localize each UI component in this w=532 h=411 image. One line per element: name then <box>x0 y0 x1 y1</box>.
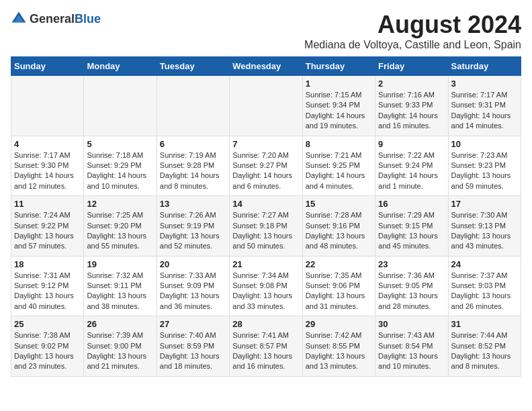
calendar-cell: 21Sunrise: 7:34 AM Sunset: 9:08 PM Dayli… <box>230 256 302 316</box>
cell-info: Sunrise: 7:30 AM Sunset: 9:13 PM Dayligh… <box>451 210 518 252</box>
day-number: 21 <box>232 259 299 269</box>
cell-info: Sunrise: 7:22 AM Sunset: 9:24 PM Dayligh… <box>378 150 445 192</box>
cell-info: Sunrise: 7:17 AM Sunset: 9:31 PM Dayligh… <box>451 90 518 132</box>
calendar-cell: 14Sunrise: 7:27 AM Sunset: 9:18 PM Dayli… <box>230 196 302 257</box>
day-number: 16 <box>378 199 445 209</box>
calendar-cell: 17Sunrise: 7:30 AM Sunset: 9:13 PM Dayli… <box>448 196 521 257</box>
day-number: 9 <box>378 139 445 149</box>
day-number: 20 <box>160 259 226 269</box>
week-row: 1Sunrise: 7:15 AM Sunset: 9:34 PM Daylig… <box>11 76 521 136</box>
col-header-wednesday: Wednesday <box>230 57 302 76</box>
cell-info: Sunrise: 7:15 AM Sunset: 9:34 PM Dayligh… <box>306 90 372 132</box>
cell-info: Sunrise: 7:26 AM Sunset: 9:19 PM Dayligh… <box>160 210 226 252</box>
cell-info: Sunrise: 7:41 AM Sunset: 8:57 PM Dayligh… <box>232 330 299 372</box>
calendar-cell: 25Sunrise: 7:38 AM Sunset: 9:02 PM Dayli… <box>11 316 84 377</box>
cell-info: Sunrise: 7:31 AM Sunset: 9:12 PM Dayligh… <box>14 271 81 312</box>
day-number: 8 <box>306 139 372 149</box>
week-row: 25Sunrise: 7:38 AM Sunset: 9:02 PM Dayli… <box>11 316 521 377</box>
day-number: 25 <box>14 319 81 329</box>
cell-info: Sunrise: 7:33 AM Sunset: 9:09 PM Dayligh… <box>160 271 226 312</box>
calendar-cell: 6Sunrise: 7:19 AM Sunset: 9:28 PM Daylig… <box>157 136 229 196</box>
calendar-cell: 24Sunrise: 7:37 AM Sunset: 9:03 PM Dayli… <box>448 256 521 316</box>
cell-info: Sunrise: 7:39 AM Sunset: 9:00 PM Dayligh… <box>87 330 153 372</box>
col-header-thursday: Thursday <box>302 57 375 76</box>
calendar-cell: 1Sunrise: 7:15 AM Sunset: 9:34 PM Daylig… <box>302 76 375 136</box>
cell-info: Sunrise: 7:23 AM Sunset: 9:23 PM Dayligh… <box>451 150 518 192</box>
cell-info: Sunrise: 7:42 AM Sunset: 8:55 PM Dayligh… <box>306 330 372 372</box>
title-area: August 2024 Mediana de Voltoya, Castille… <box>304 11 521 51</box>
calendar-cell: 19Sunrise: 7:32 AM Sunset: 9:11 PM Dayli… <box>84 256 157 316</box>
calendar-cell: 29Sunrise: 7:42 AM Sunset: 8:55 PM Dayli… <box>302 316 375 377</box>
calendar-cell: 26Sunrise: 7:39 AM Sunset: 9:00 PM Dayli… <box>84 316 157 377</box>
week-row: 4Sunrise: 7:17 AM Sunset: 9:30 PM Daylig… <box>11 136 521 196</box>
calendar-cell <box>230 76 302 136</box>
day-number: 18 <box>14 259 81 269</box>
calendar-cell: 10Sunrise: 7:23 AM Sunset: 9:23 PM Dayli… <box>448 136 521 196</box>
day-number: 23 <box>378 259 445 269</box>
cell-info: Sunrise: 7:16 AM Sunset: 9:33 PM Dayligh… <box>378 90 445 132</box>
logo-general: General <box>30 12 75 26</box>
day-number: 19 <box>87 259 153 269</box>
cell-info: Sunrise: 7:44 AM Sunset: 8:52 PM Dayligh… <box>451 330 518 372</box>
day-number: 7 <box>232 139 299 149</box>
calendar-body: 1Sunrise: 7:15 AM Sunset: 9:34 PM Daylig… <box>11 76 521 377</box>
page-header: GeneralBlue August 2024 Mediana de Volto… <box>11 11 521 51</box>
cell-info: Sunrise: 7:34 AM Sunset: 9:08 PM Dayligh… <box>232 271 299 312</box>
cell-info: Sunrise: 7:40 AM Sunset: 8:59 PM Dayligh… <box>160 330 226 372</box>
calendar-cell: 20Sunrise: 7:33 AM Sunset: 9:09 PM Dayli… <box>157 256 229 316</box>
logo: GeneralBlue <box>11 11 101 27</box>
calendar-cell: 12Sunrise: 7:25 AM Sunset: 9:20 PM Dayli… <box>84 196 157 257</box>
cell-info: Sunrise: 7:21 AM Sunset: 9:25 PM Dayligh… <box>306 150 372 192</box>
calendar-cell: 13Sunrise: 7:26 AM Sunset: 9:19 PM Dayli… <box>157 196 229 257</box>
calendar-cell <box>157 76 229 136</box>
cell-info: Sunrise: 7:18 AM Sunset: 9:29 PM Dayligh… <box>87 150 153 192</box>
day-number: 12 <box>87 199 153 209</box>
col-header-friday: Friday <box>375 57 448 76</box>
calendar-cell: 2Sunrise: 7:16 AM Sunset: 9:33 PM Daylig… <box>375 76 448 136</box>
cell-info: Sunrise: 7:38 AM Sunset: 9:02 PM Dayligh… <box>14 330 81 372</box>
day-number: 26 <box>87 319 153 329</box>
col-header-saturday: Saturday <box>448 57 521 76</box>
day-number: 6 <box>160 139 226 149</box>
day-number: 2 <box>378 79 445 89</box>
day-number: 27 <box>160 319 226 329</box>
calendar-cell: 28Sunrise: 7:41 AM Sunset: 8:57 PM Dayli… <box>230 316 302 377</box>
calendar-cell: 3Sunrise: 7:17 AM Sunset: 9:31 PM Daylig… <box>448 76 521 136</box>
main-title: August 2024 <box>304 11 521 39</box>
calendar-cell: 30Sunrise: 7:43 AM Sunset: 8:54 PM Dayli… <box>375 316 448 377</box>
week-row: 18Sunrise: 7:31 AM Sunset: 9:12 PM Dayli… <box>11 256 521 316</box>
cell-info: Sunrise: 7:25 AM Sunset: 9:20 PM Dayligh… <box>87 210 153 252</box>
col-header-sunday: Sunday <box>11 57 84 76</box>
day-number: 28 <box>232 319 299 329</box>
calendar-cell: 15Sunrise: 7:28 AM Sunset: 9:16 PM Dayli… <box>302 196 375 257</box>
cell-info: Sunrise: 7:20 AM Sunset: 9:27 PM Dayligh… <box>232 150 299 192</box>
calendar-cell: 5Sunrise: 7:18 AM Sunset: 9:29 PM Daylig… <box>84 136 157 196</box>
cell-info: Sunrise: 7:29 AM Sunset: 9:15 PM Dayligh… <box>378 210 445 252</box>
calendar-cell: 11Sunrise: 7:24 AM Sunset: 9:22 PM Dayli… <box>11 196 84 257</box>
cell-info: Sunrise: 7:27 AM Sunset: 9:18 PM Dayligh… <box>232 210 299 252</box>
day-number: 10 <box>451 139 518 149</box>
calendar-cell: 8Sunrise: 7:21 AM Sunset: 9:25 PM Daylig… <box>302 136 375 196</box>
day-number: 17 <box>451 199 518 209</box>
day-number: 1 <box>306 79 372 89</box>
cell-info: Sunrise: 7:17 AM Sunset: 9:30 PM Dayligh… <box>14 150 81 192</box>
calendar-cell: 18Sunrise: 7:31 AM Sunset: 9:12 PM Dayli… <box>11 256 84 316</box>
day-number: 14 <box>232 199 299 209</box>
day-number: 31 <box>451 319 518 329</box>
day-number: 24 <box>451 259 518 269</box>
logo-blue: Blue <box>75 12 101 26</box>
cell-info: Sunrise: 7:43 AM Sunset: 8:54 PM Dayligh… <box>378 330 445 372</box>
col-header-monday: Monday <box>84 57 157 76</box>
day-number: 29 <box>306 319 372 329</box>
day-number: 13 <box>160 199 226 209</box>
day-number: 5 <box>87 139 153 149</box>
day-number: 3 <box>451 79 518 89</box>
cell-info: Sunrise: 7:35 AM Sunset: 9:06 PM Dayligh… <box>306 271 372 312</box>
logo-icon <box>11 11 27 27</box>
day-number: 15 <box>306 199 372 209</box>
calendar-cell: 16Sunrise: 7:29 AM Sunset: 9:15 PM Dayli… <box>375 196 448 257</box>
calendar-cell: 27Sunrise: 7:40 AM Sunset: 8:59 PM Dayli… <box>157 316 229 377</box>
week-row: 11Sunrise: 7:24 AM Sunset: 9:22 PM Dayli… <box>11 196 521 257</box>
cell-info: Sunrise: 7:28 AM Sunset: 9:16 PM Dayligh… <box>306 210 372 252</box>
calendar-cell: 7Sunrise: 7:20 AM Sunset: 9:27 PM Daylig… <box>230 136 302 196</box>
